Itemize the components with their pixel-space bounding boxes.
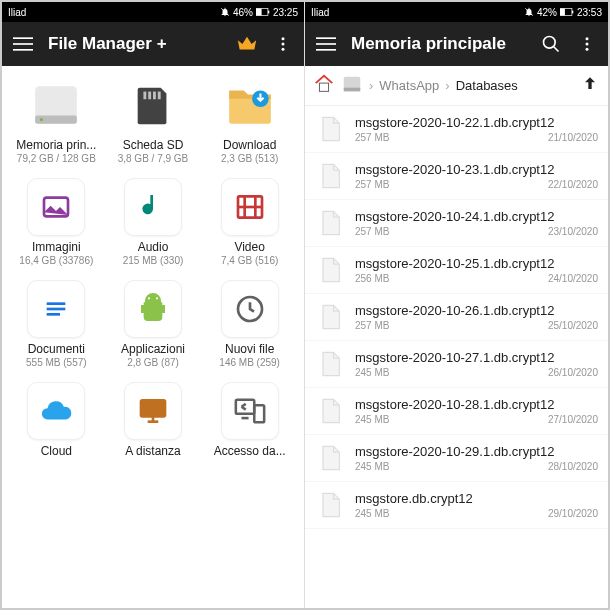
search-icon[interactable] — [540, 34, 562, 54]
file-row[interactable]: msgstore.db.crypt12245 MB29/10/2020 — [305, 482, 608, 529]
file-size: 257 MB — [355, 132, 389, 143]
file-row[interactable]: msgstore-2020-10-24.1.db.crypt12257 MB23… — [305, 200, 608, 247]
file-row[interactable]: msgstore-2020-10-27.1.db.crypt12245 MB26… — [305, 341, 608, 388]
tile-sub: 79,2 GB / 128 GB — [17, 153, 96, 164]
crumb-databases[interactable]: Databases — [456, 78, 518, 93]
pane-databases: Iliad 42% 23:53 Memoria principale › Wha… — [305, 2, 608, 608]
svg-rect-32 — [235, 400, 253, 414]
toolbar: File Manager + — [2, 22, 304, 66]
images-icon — [27, 178, 85, 236]
file-size: 256 MB — [355, 273, 389, 284]
storage-crumb-icon[interactable] — [341, 73, 363, 98]
status-bar: Iliad 42% 23:53 — [305, 2, 608, 22]
carrier-label: Iliad — [311, 7, 329, 18]
file-size: 245 MB — [355, 461, 389, 472]
tile-video[interactable]: Video 7,4 GB (516) — [201, 178, 298, 280]
tile-label: Nuovi file — [225, 342, 274, 356]
chevron-right-icon: › — [369, 78, 373, 93]
monitor-icon — [124, 382, 182, 440]
file-date: 25/10/2020 — [548, 320, 598, 331]
tile-download[interactable]: Download 2,3 GB (513) — [201, 76, 298, 178]
crumb-whatsapp[interactable]: WhatsApp — [379, 78, 439, 93]
tile-sub: 3,8 GB / 7,9 GB — [118, 153, 189, 164]
svg-rect-24 — [47, 308, 66, 311]
tile-label: Memoria prin... — [16, 138, 96, 152]
pane-file-manager: Iliad 46% 23:25 File Manager + Memoria p… — [2, 2, 305, 608]
tile-apps[interactable]: Applicazioni 2,8 GB (87) — [105, 280, 202, 382]
tile-label: Immagini — [32, 240, 81, 254]
tile-sub: 146 MB (259) — [219, 357, 280, 368]
svg-line-43 — [554, 47, 559, 52]
file-icon — [315, 349, 345, 379]
tile-audio[interactable]: Audio 215 MB (330) — [105, 178, 202, 280]
file-name: msgstore-2020-10-28.1.db.crypt12 — [355, 397, 598, 412]
file-row[interactable]: msgstore-2020-10-29.1.db.crypt12245 MB28… — [305, 435, 608, 482]
svg-rect-14 — [148, 92, 151, 100]
carrier-label: Iliad — [8, 7, 26, 18]
file-row[interactable]: msgstore-2020-10-28.1.db.crypt12245 MB27… — [305, 388, 608, 435]
file-row[interactable]: msgstore-2020-10-23.1.db.crypt12257 MB22… — [305, 153, 608, 200]
tile-label: Accesso da... — [214, 444, 286, 458]
more-icon[interactable] — [576, 35, 598, 53]
tile-sub: 2,3 GB (513) — [221, 153, 278, 164]
sd-card-icon — [124, 76, 182, 134]
hamburger-icon[interactable] — [315, 34, 337, 54]
more-icon[interactable] — [272, 35, 294, 53]
file-row[interactable]: msgstore-2020-10-25.1.db.crypt12256 MB24… — [305, 247, 608, 294]
file-name: msgstore-2020-10-24.1.db.crypt12 — [355, 209, 598, 224]
drive-icon — [27, 76, 85, 134]
breadcrumb: › WhatsApp › Databases — [305, 66, 608, 106]
tile-new-files[interactable]: Nuovi file 146 MB (259) — [201, 280, 298, 382]
file-icon — [315, 490, 345, 520]
file-name: msgstore-2020-10-29.1.db.crypt12 — [355, 444, 598, 459]
svg-rect-49 — [344, 88, 361, 92]
tile-label: Applicazioni — [121, 342, 185, 356]
svg-rect-15 — [153, 92, 156, 100]
file-size: 257 MB — [355, 179, 389, 190]
file-icon — [315, 396, 345, 426]
svg-rect-4 — [13, 37, 33, 39]
tile-internal-storage[interactable]: Memoria prin... 79,2 GB / 128 GB — [8, 76, 105, 178]
file-size: 245 MB — [355, 508, 389, 519]
svg-rect-23 — [47, 302, 66, 305]
up-icon[interactable] — [580, 74, 600, 97]
crown-icon[interactable] — [236, 33, 258, 55]
tile-documents[interactable]: Documenti 555 MB (557) — [8, 280, 105, 382]
file-icon — [315, 161, 345, 191]
file-name: msgstore.db.crypt12 — [355, 491, 598, 506]
svg-point-27 — [156, 297, 158, 299]
file-icon — [315, 114, 345, 144]
svg-rect-39 — [316, 37, 336, 39]
file-name: msgstore-2020-10-22.1.db.crypt12 — [355, 115, 598, 130]
svg-point-26 — [148, 297, 150, 299]
download-folder-icon — [221, 76, 279, 134]
tile-label: Video — [234, 240, 264, 254]
file-icon — [315, 302, 345, 332]
battery-label: 46% — [233, 7, 253, 18]
svg-point-42 — [544, 37, 556, 49]
svg-rect-47 — [319, 83, 328, 91]
file-date: 26/10/2020 — [548, 367, 598, 378]
hamburger-icon[interactable] — [12, 34, 34, 54]
svg-rect-2 — [256, 9, 262, 16]
file-list[interactable]: msgstore-2020-10-22.1.db.crypt12257 MB21… — [305, 106, 608, 608]
tile-sub: 16,4 GB (33786) — [19, 255, 93, 266]
svg-rect-34 — [254, 405, 264, 422]
home-icon[interactable] — [313, 73, 335, 98]
battery-icon — [560, 8, 574, 16]
svg-rect-5 — [13, 43, 33, 45]
file-row[interactable]: msgstore-2020-10-22.1.db.crypt12257 MB21… — [305, 106, 608, 153]
tile-remote[interactable]: A distanza — [105, 382, 202, 484]
svg-point-12 — [40, 118, 43, 121]
tile-images[interactable]: Immagini 16,4 GB (33786) — [8, 178, 105, 280]
tile-label: Cloud — [41, 444, 72, 458]
cloud-icon — [27, 382, 85, 440]
file-icon — [315, 255, 345, 285]
tile-cloud[interactable]: Cloud — [8, 382, 105, 484]
tile-sd-card[interactable]: Scheda SD 3,8 GB / 7,9 GB — [105, 76, 202, 178]
file-name: msgstore-2020-10-23.1.db.crypt12 — [355, 162, 598, 177]
file-row[interactable]: msgstore-2020-10-26.1.db.crypt12257 MB25… — [305, 294, 608, 341]
tile-access-from[interactable]: Accesso da... — [201, 382, 298, 484]
documents-icon — [27, 280, 85, 338]
svg-rect-37 — [560, 9, 565, 16]
